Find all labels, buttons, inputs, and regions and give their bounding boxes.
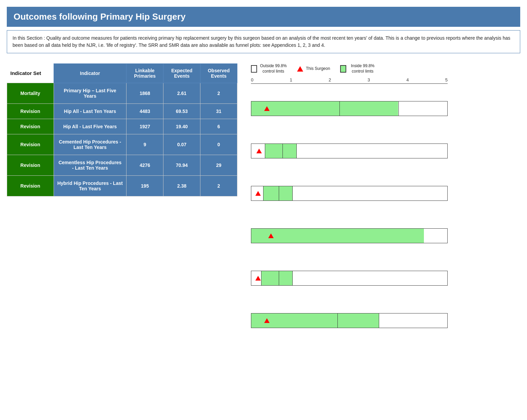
bar-segment [379,313,447,328]
expected-events-cell: 2.38 [163,176,200,196]
expected-events-cell: 69.53 [163,104,200,119]
chart-section: Outside 99.8% control limts This Surgeon… [251,63,520,342]
legend-outside-label: Outside 99.8% control limts [260,63,287,74]
header-indicator-set: Indicator Set [7,64,54,83]
bar-segment [339,101,398,116]
bar-segment [292,271,447,285]
legend-this-surgeon: This Surgeon [297,66,330,72]
observed-events-cell: 2 [200,176,237,196]
table-row: MortalityPrimary Hip – Last Five Years18… [7,83,237,104]
page-title: Outcomes following Primary Hip Surgery [7,7,520,27]
bar-container [251,101,448,116]
expected-events-cell: 19.40 [163,119,200,134]
table-row: RevisionCementless Hip Procedures - Last… [7,155,237,176]
observed-events-cell: 29 [200,155,237,176]
axis-0: 0 [251,77,253,82]
bar-segment [292,186,447,201]
linkable-primaries-cell: 4483 [126,104,163,119]
linkable-primaries-cell: 9 [126,134,163,155]
expected-events-cell: 0.07 [163,134,200,155]
axis-5: 5 [445,77,448,82]
axis-1: 1 [290,77,292,82]
bar-segment [263,186,279,201]
indicator-set-cell: Revision [7,176,54,196]
bar-container [251,228,448,243]
indicator-set-cell: Revision [7,134,54,155]
legend: Outside 99.8% control limts This Surgeon… [251,63,520,74]
table-row: RevisionHip All - Last Ten Years448369.5… [7,104,237,119]
table-row: RevisionCemented Hip Procedures - Last T… [7,134,237,155]
chart-row [251,87,520,130]
indicator-cell: Cemented Hip Procedures - Last Ten Years [54,134,126,155]
bar-segment [251,229,424,243]
legend-outside: Outside 99.8% control limts [251,63,287,74]
table-row: RevisionHybrid Hip Procedures - Last Ten… [7,176,237,196]
chart-row [251,172,520,214]
triangle-marker [268,233,274,238]
bar-container [251,271,448,286]
legend-surgeon-label: This Surgeon [306,66,330,72]
bar-container [251,144,448,158]
chart-row [251,214,520,257]
indicator-cell: Primary Hip – Last Five Years [54,83,126,104]
header-observed-events: Observed Events [200,64,237,83]
description-box: In this Section : Quality and outcome me… [7,30,520,53]
header-linkable-primaries: Linkable Primaries [126,64,163,83]
bar-segment [424,229,447,243]
triangle-marker [255,191,261,196]
triangle-marker [264,318,270,323]
bar-segment [279,271,292,285]
data-table: Indicator Set Indicator Linkable Primari… [7,63,237,196]
triangle-marker [255,276,261,281]
linkable-primaries-cell: 4276 [126,155,163,176]
legend-inside-label: Inside 99.8% control limts [349,63,376,74]
bar-segment [282,144,296,158]
observed-events-cell: 2 [200,83,237,104]
legend-inside: Inside 99.8% control limts [340,63,376,74]
expected-events-cell: 2.61 [163,83,200,104]
header-indicator: Indicator [54,64,126,83]
observed-events-cell: 6 [200,119,237,134]
triangle-icon [297,66,303,72]
axis-2: 2 [329,77,331,82]
bar-segment [265,144,282,158]
bar-segment [296,144,447,158]
bar-segment [279,186,292,201]
bar-segment [261,271,279,285]
axis-4: 4 [406,77,409,82]
indicator-set-cell: Revision [7,119,54,134]
indicator-set-cell: Revision [7,104,54,119]
outside-icon [251,65,257,73]
chart-row [251,130,520,172]
axis-labels: 0 1 2 3 4 5 [251,77,448,84]
expected-events-cell: 70.94 [163,155,200,176]
linkable-primaries-cell: 195 [126,176,163,196]
linkable-primaries-cell: 1868 [126,83,163,104]
indicator-cell: Hip All - Last Ten Years [54,104,126,119]
observed-events-cell: 31 [200,104,237,119]
axis-3: 3 [368,77,370,82]
indicator-cell: Hip All - Last Five Years [54,119,126,134]
charts-container [251,87,520,342]
observed-events-cell: 0 [200,134,237,155]
bar-container [251,186,448,201]
indicator-cell: Hybrid Hip Procedures - Last Ten Years [54,176,126,196]
bar-container [251,313,448,328]
bar-segment [337,313,378,328]
header-expected-events: Expected Events [163,64,200,83]
table-row: RevisionHip All - Last Five Years192719.… [7,119,237,134]
indicator-set-cell: Mortality [7,83,54,104]
chart-row [251,257,520,299]
indicator-cell: Cementless Hip Procedures - Last Ten Yea… [54,155,126,176]
bar-segment [398,101,448,116]
inside-icon [340,65,346,73]
linkable-primaries-cell: 1927 [126,119,163,134]
chart-row [251,299,520,342]
triangle-marker [264,106,270,111]
triangle-marker [256,149,262,153]
indicator-set-cell: Revision [7,155,54,176]
